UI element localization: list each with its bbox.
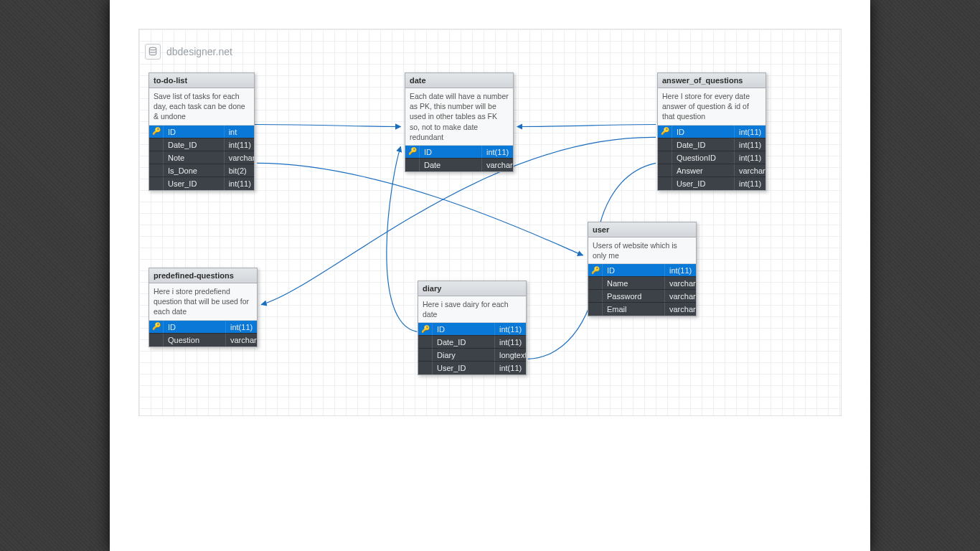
key-icon xyxy=(418,336,433,348)
column-type: int(11) xyxy=(735,138,765,151)
column-name: ID xyxy=(164,321,226,333)
column-type: int(11) xyxy=(495,323,526,335)
column-name: ID xyxy=(420,146,482,158)
table-row[interactable]: Emailvarchar(255) xyxy=(588,303,696,316)
table-desc: Here i save dairy for each date xyxy=(418,296,526,323)
table-row[interactable]: Notevarchar(2000) xyxy=(149,151,254,164)
column-type: int(11) xyxy=(225,177,254,190)
table-date[interactable]: dateEach date will have a number as PK, … xyxy=(405,72,514,172)
key-icon xyxy=(588,290,603,302)
table-row[interactable]: User_IDint(11) xyxy=(658,177,765,190)
relation-edge xyxy=(528,262,598,359)
column-type: varchar(2000) xyxy=(225,151,254,164)
column-name: Answer xyxy=(672,164,735,176)
column-name: Date_ID xyxy=(164,138,225,151)
key-icon xyxy=(658,164,672,176)
column-name: User_ID xyxy=(164,177,225,190)
column-type: int(11) xyxy=(226,321,257,333)
column-name: Name xyxy=(603,277,665,289)
table-row[interactable]: Passwordvarchar(255) xyxy=(588,290,696,303)
key-icon xyxy=(418,362,433,375)
column-name: Note xyxy=(164,151,225,164)
key-icon xyxy=(149,164,164,176)
column-type: bit(2) xyxy=(225,164,254,176)
column-type: int xyxy=(225,126,254,138)
table-desc: Each date will have a number as PK, this… xyxy=(405,88,513,146)
table-row[interactable]: 🔑IDint(11) xyxy=(658,126,765,138)
table-title[interactable]: diary xyxy=(418,281,526,296)
key-icon xyxy=(658,177,672,190)
column-name: User_ID xyxy=(433,362,495,375)
table-predef[interactable]: predefined-questionsHere i store predefi… xyxy=(149,268,258,347)
key-icon xyxy=(149,177,164,190)
column-type: varchar(255) xyxy=(665,277,696,289)
table-row[interactable]: 🔑IDint(11) xyxy=(405,146,513,159)
table-user[interactable]: userUsers of website which is only me🔑ID… xyxy=(588,222,697,316)
table-todolist[interactable]: to-do-listSave list of tasks for each da… xyxy=(149,72,255,191)
table-row[interactable]: Is_Donebit(2) xyxy=(149,164,254,177)
relation-edge xyxy=(517,125,656,127)
column-type: int(11) xyxy=(735,151,765,164)
key-icon: 🔑 xyxy=(588,264,603,276)
key-icon xyxy=(658,151,672,164)
column-type: varchar(50) xyxy=(482,159,513,171)
column-name: ID xyxy=(433,323,495,335)
column-type: int(11) xyxy=(735,126,765,138)
table-row[interactable]: Answervarchar xyxy=(658,164,765,177)
table-row[interactable]: 🔑IDint xyxy=(149,126,254,138)
column-name: ID xyxy=(672,126,735,138)
key-icon: 🔑 xyxy=(149,321,164,333)
table-desc: Users of website which is only me xyxy=(588,237,696,264)
column-type: int(11) xyxy=(495,336,526,348)
table-row[interactable]: Namevarchar(255) xyxy=(588,277,696,290)
table-title[interactable]: predefined-questions xyxy=(149,268,257,283)
table-row[interactable]: User_IDint(11) xyxy=(149,177,254,190)
table-title[interactable]: answer_of_questions xyxy=(658,73,765,88)
relation-edge xyxy=(257,163,583,255)
table-desc: Here I store for every date answer of qu… xyxy=(658,88,765,126)
table-row[interactable]: 🔑IDint(11) xyxy=(588,264,696,277)
key-icon xyxy=(658,138,672,151)
table-row[interactable]: Date_IDint(11) xyxy=(658,138,765,151)
database-icon xyxy=(145,44,161,60)
relation-edge xyxy=(387,146,418,331)
key-icon: 🔑 xyxy=(149,126,164,138)
table-row[interactable]: 🔑IDint(11) xyxy=(149,321,257,334)
table-row[interactable]: User_IDint(11) xyxy=(418,362,526,375)
table-row[interactable]: Datevarchar(50) xyxy=(405,159,513,171)
column-name: Is_Done xyxy=(164,164,225,176)
relation-edge xyxy=(254,125,400,127)
column-name: Email xyxy=(603,303,665,316)
table-title[interactable]: user xyxy=(588,222,696,237)
column-name: QuestionID xyxy=(672,151,735,164)
column-name: Date_ID xyxy=(433,336,495,348)
table-row[interactable]: Date_IDint(11) xyxy=(149,138,254,151)
column-type: varchar(255) xyxy=(665,290,696,302)
diagram-canvas[interactable]: dbdesigner.net to-do-listSave list of ta… xyxy=(138,29,842,416)
table-desc: Here i store predefiend question that wi… xyxy=(149,283,257,321)
key-icon xyxy=(149,151,164,164)
column-name: Date xyxy=(420,159,482,171)
page: dbdesigner.net to-do-listSave list of ta… xyxy=(110,0,870,551)
key-icon: 🔑 xyxy=(405,146,420,158)
table-title[interactable]: to-do-list xyxy=(149,73,254,88)
column-name: User_ID xyxy=(672,177,735,190)
key-icon xyxy=(149,138,164,151)
table-row[interactable]: Questionvarchar(5000) xyxy=(149,334,257,347)
key-icon xyxy=(418,349,433,361)
table-row[interactable]: 🔑IDint(11) xyxy=(418,323,526,336)
key-icon: 🔑 xyxy=(658,126,672,138)
svg-point-0 xyxy=(149,47,156,50)
table-diary[interactable]: diaryHere i save dairy for each date🔑IDi… xyxy=(418,281,527,375)
key-icon: 🔑 xyxy=(418,323,433,335)
column-type: longtext xyxy=(495,349,526,361)
table-row[interactable]: Date_IDint(11) xyxy=(418,336,526,349)
column-type: int(11) xyxy=(735,177,765,190)
table-row[interactable]: QuestionIDint(11) xyxy=(658,151,765,164)
brand-label: dbdesigner.net xyxy=(166,46,232,57)
table-answer[interactable]: answer_of_questionsHere I store for ever… xyxy=(657,72,766,191)
table-row[interactable]: Diarylongtext xyxy=(418,349,526,362)
key-icon xyxy=(149,334,164,347)
table-title[interactable]: date xyxy=(405,73,513,88)
brand: dbdesigner.net xyxy=(145,44,232,60)
